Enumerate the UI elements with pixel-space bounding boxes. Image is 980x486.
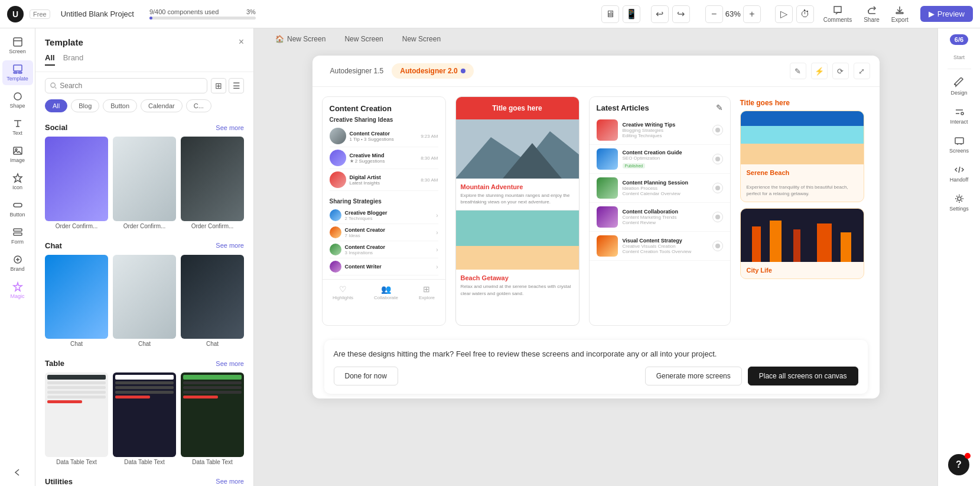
sidebar-back-item[interactable] (2, 464, 33, 481)
ac-info: Creative Writing Tips Blogging Strategie… (623, 122, 708, 138)
ai-actions: Done for now Generate more screens Place… (334, 367, 858, 385)
canvas-tab-label-2: New Screen (344, 35, 383, 43)
desktop-view-button[interactable]: 🖥 (601, 5, 619, 23)
rs-interact-label: Interact (950, 119, 968, 125)
cc-nav-explore[interactable]: ⊞Explore (419, 284, 435, 300)
ac-sub: SEO Optimization (623, 155, 708, 161)
ad-tab-badge (461, 69, 465, 73)
expand-icon-button[interactable]: ⤢ (854, 63, 870, 79)
list-item[interactable]: Order Confirm... (113, 137, 176, 233)
search-input[interactable] (60, 82, 202, 90)
timer-button[interactable]: ⏱ (796, 5, 814, 23)
cc-nav-collaborate[interactable]: 👥Collaborate (374, 284, 398, 300)
cc-nav-highlights[interactable]: ♡Highlights (333, 284, 353, 300)
topbar: U Free Untitled Blank Project 9/400 comp… (0, 0, 980, 28)
rs-handoff-item[interactable]: Handoff (940, 160, 978, 187)
zoom-in-button[interactable]: + (743, 5, 761, 23)
ac-dot (712, 241, 723, 251)
filter-button[interactable]: Button (103, 99, 137, 112)
sidebar-screen-item[interactable]: Screen (2, 33, 33, 58)
template-tab-brand[interactable]: Brand (63, 53, 84, 66)
list-item[interactable]: Data Table Text (45, 372, 108, 469)
place-all-screens-button[interactable]: Place all screens on canvas (748, 367, 858, 385)
undo-button[interactable]: ↩ (651, 5, 669, 23)
zoom-out-button[interactable]: − (705, 5, 723, 23)
sidebar-form-item[interactable]: Form (2, 223, 33, 248)
table-see-more-button[interactable]: See more (216, 360, 244, 367)
list-item[interactable]: Order Confirm... (45, 137, 108, 233)
ad-tab-group: Autodesigner 1.5 Autodesigner 2.0 (322, 63, 474, 79)
list-item[interactable]: Order Confirm... (181, 137, 244, 233)
chat-see-more-button[interactable]: See more (216, 242, 244, 249)
mobile-view-button[interactable]: 📱 (623, 5, 640, 23)
sidebar-magic-item[interactable]: Magic (2, 278, 33, 303)
ac-sub: Blogging Strategies (623, 128, 708, 133)
sidebar-button-item[interactable]: Button (2, 196, 33, 221)
redo-button[interactable]: ↪ (672, 5, 690, 23)
generate-more-button[interactable]: Generate more screens (645, 367, 742, 385)
edit-icon-button[interactable]: ✎ (790, 63, 806, 79)
filter-blog[interactable]: Blog (71, 99, 99, 112)
rs-interact-item[interactable]: Interact (940, 102, 978, 129)
ac-thumb (597, 119, 618, 141)
lightning-icon-button[interactable]: ⚡ (811, 63, 828, 79)
search-input-wrap (45, 78, 207, 93)
sidebar-template-item[interactable]: Template (2, 60, 33, 85)
ad-tab-2[interactable]: Autodesigner 2.0 (392, 63, 473, 79)
ad-tab-1[interactable]: Autodesigner 1.5 (322, 63, 392, 79)
comments-button[interactable]: Comments (823, 5, 852, 23)
list-item[interactable]: Chat (113, 255, 176, 351)
ac-item-2: Content Creation Guide SEO Optimization … (590, 145, 730, 174)
sidebar-shape-item[interactable]: Shape (2, 88, 33, 112)
export-button[interactable]: Export (891, 5, 909, 23)
sidebar-icon-item[interactable]: Icon (2, 169, 33, 194)
preview-button[interactable]: ▶Preview (920, 6, 973, 22)
help-button[interactable]: ? (948, 454, 969, 475)
ac-name: Content Planning Session (623, 180, 708, 186)
filter-more[interactable]: C... (186, 99, 211, 112)
rs-design-item[interactable]: Design (940, 73, 978, 101)
canvas-tab-label-3: New Screen (402, 35, 441, 43)
cc-chat-name: Creative Mind (350, 153, 418, 158)
sidebar-text-item[interactable]: Text (2, 115, 33, 140)
sidebar-image-item[interactable]: Image (2, 142, 33, 167)
social-see-more-button[interactable]: See more (216, 124, 244, 131)
filter-calendar[interactable]: Calendar (141, 99, 183, 112)
done-for-now-button[interactable]: Done for now (334, 367, 398, 385)
list-item[interactable]: Chat (181, 255, 244, 351)
canvas-tab-1[interactable]: 🏠 New Screen (266, 31, 335, 47)
rs-settings-item[interactable]: Settings (940, 189, 978, 216)
avatar (330, 150, 346, 166)
view-toggle-group: ⊞ ☰ (211, 78, 244, 93)
svg-rect-2 (14, 65, 22, 71)
history-icon-button[interactable]: ⟳ (832, 63, 849, 79)
canvas-tab-3[interactable]: New Screen (393, 31, 450, 47)
template-tab-all[interactable]: All (45, 53, 55, 66)
sidebar-brand-item[interactable]: Brand (2, 251, 33, 276)
list-item[interactable]: Chat (45, 255, 108, 351)
play-button[interactable]: ▷ (775, 5, 793, 23)
rs-start-label: Start (940, 50, 978, 65)
list-view-button[interactable]: ☰ (229, 78, 244, 93)
grid-view-button[interactable]: ⊞ (211, 78, 226, 93)
project-title[interactable]: Untitled Blank Project (61, 9, 134, 18)
components-percent: 3% (246, 8, 256, 15)
rs-screens-item[interactable]: Screens (940, 131, 978, 158)
list-item[interactable]: Data Table Text (113, 372, 176, 469)
social-section: Social See more Order Confirm... Order C… (45, 123, 244, 233)
canvas-tab-2[interactable]: New Screen (335, 31, 392, 47)
svg-point-17 (958, 197, 961, 200)
utilities-see-more-button[interactable]: See more (216, 478, 244, 485)
share-button[interactable]: Share (864, 5, 880, 23)
svg-marker-8 (14, 174, 22, 182)
ai-message-text: Are these designs hitting the mark? Feel… (334, 348, 858, 360)
ac-name: Creative Writing Tips (623, 122, 708, 128)
list-item[interactable]: Data Table Text (181, 372, 244, 469)
cc-chat-time: 8:30 AM (421, 155, 438, 161)
thumb-label: Data Table Text (113, 459, 176, 465)
template-panel-close-button[interactable]: × (239, 37, 244, 47)
cc-strategy-2: Content Creator7 Ideas › (330, 224, 438, 241)
filter-all[interactable]: All (45, 99, 67, 112)
table-template-grid: Data Table Text Data Table Text (45, 372, 244, 469)
cc-strategy-3: Content Creator3 Inspirations › (330, 241, 438, 258)
